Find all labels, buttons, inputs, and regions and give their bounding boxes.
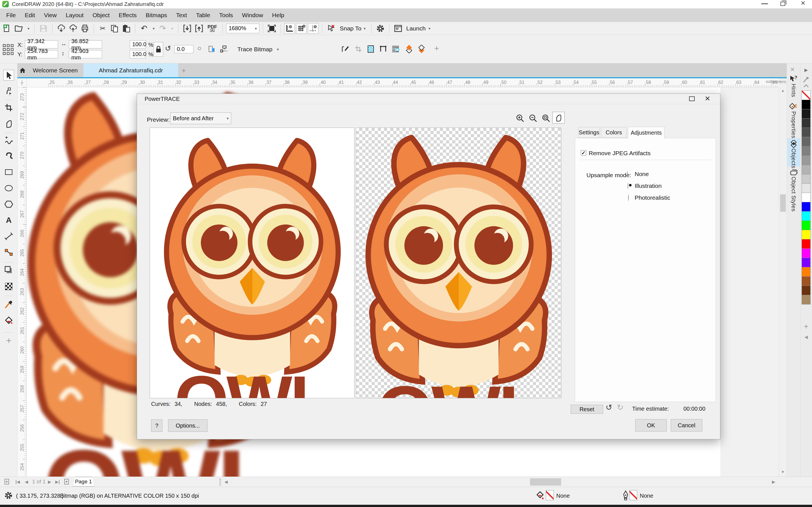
last-page-button[interactable]: ▶ bbox=[55, 480, 59, 485]
zoom-level-select[interactable]: 1680%▾ bbox=[226, 24, 259, 33]
upsample-illustration-radio[interactable] bbox=[627, 182, 628, 189]
palette-options-icon[interactable]: ◀ bbox=[804, 334, 808, 340]
menu-item[interactable]: File bbox=[2, 12, 20, 18]
zoom-out-button[interactable] bbox=[527, 112, 539, 124]
palette-add-color-icon[interactable]: + bbox=[804, 323, 808, 330]
save-to-cloud-button[interactable] bbox=[68, 23, 79, 34]
help-button[interactable]: ? bbox=[151, 419, 162, 432]
page-tab[interactable]: Page 1 bbox=[73, 477, 94, 487]
x-field[interactable]: 37.342 mm bbox=[25, 40, 58, 48]
scroll-down-arrow[interactable]: ▼ bbox=[781, 470, 784, 474]
tool-color-eyedropper[interactable] bbox=[3, 299, 14, 310]
copy-button[interactable] bbox=[109, 23, 120, 34]
tab-settings[interactable]: Settings bbox=[578, 127, 600, 138]
options-gear-button[interactable] bbox=[375, 23, 386, 34]
straighten-bitmap-button[interactable] bbox=[219, 44, 230, 54]
scrollbar-splitter[interactable] bbox=[219, 478, 221, 485]
import-button[interactable] bbox=[182, 23, 193, 34]
cut-button[interactable]: ✂ bbox=[97, 23, 108, 34]
get-from-cloud-button[interactable] bbox=[56, 23, 66, 34]
palette-swatch[interactable] bbox=[802, 137, 811, 147]
menu-item[interactable]: Effects bbox=[114, 12, 141, 18]
palette-swatch[interactable] bbox=[802, 156, 811, 165]
palette-swatch[interactable] bbox=[802, 239, 811, 249]
scale-x-field[interactable]: 100.0 bbox=[130, 40, 146, 48]
new-document-button[interactable] bbox=[2, 23, 12, 34]
open-button[interactable] bbox=[13, 23, 24, 34]
palette-swatch[interactable] bbox=[802, 211, 811, 221]
dialog-undo-icon[interactable]: ↺ bbox=[606, 404, 612, 411]
print-button[interactable] bbox=[80, 23, 90, 34]
menu-item[interactable]: Help bbox=[267, 12, 289, 18]
palette-swatch[interactable] bbox=[802, 286, 811, 295]
disable-snapping-button[interactable] bbox=[326, 23, 336, 34]
export-button[interactable] bbox=[194, 23, 204, 34]
preview-select[interactable]: Before and After▾ bbox=[170, 112, 231, 124]
tool-drop-shadow[interactable] bbox=[3, 265, 14, 276]
tool-freehand[interactable] bbox=[3, 135, 14, 145]
first-page-button[interactable]: ◀ bbox=[16, 480, 20, 485]
palette-swatch[interactable] bbox=[802, 174, 811, 184]
preview-before-pane[interactable] bbox=[150, 128, 354, 398]
tool-ellipse[interactable] bbox=[3, 183, 14, 193]
width-field[interactable]: 36.852 mm bbox=[69, 40, 102, 48]
palette-swatch[interactable] bbox=[802, 230, 811, 239]
tool-rectangle[interactable] bbox=[3, 167, 14, 177]
edit-bitmap-pen-button[interactable] bbox=[340, 44, 350, 54]
full-screen-preview-button[interactable] bbox=[266, 23, 277, 34]
palette-swatch[interactable] bbox=[802, 91, 811, 100]
open-dropdown[interactable]: ▾ bbox=[26, 23, 31, 34]
tool-interactive-fill[interactable] bbox=[3, 315, 14, 326]
bitmap-color-mask-button[interactable] bbox=[365, 44, 376, 54]
palette-swatch[interactable] bbox=[802, 118, 811, 128]
palette-swatch[interactable] bbox=[802, 258, 811, 267]
palette-swatch[interactable] bbox=[802, 165, 811, 174]
new-tab-button[interactable]: + bbox=[182, 67, 186, 74]
edit-bitmap-button[interactable] bbox=[206, 44, 217, 54]
upsample-none-radio[interactable] bbox=[627, 171, 627, 177]
status-gear-icon[interactable] bbox=[4, 491, 13, 500]
tool-polygon[interactable] bbox=[3, 199, 14, 210]
palette-swatch[interactable] bbox=[802, 221, 811, 230]
text-wrap-button[interactable] bbox=[390, 44, 401, 54]
upsample-photorealistic-radio[interactable] bbox=[628, 194, 629, 201]
snap-to-dropdown[interactable]: Snap To▾ bbox=[338, 25, 368, 32]
paste-button[interactable] bbox=[121, 23, 132, 34]
tool-artistic-media[interactable] bbox=[3, 151, 14, 161]
trace-bitmap-dropdown[interactable]: Trace Bitmap▾ bbox=[234, 42, 283, 57]
remove-jpeg-checkbox[interactable]: ✓ bbox=[581, 150, 586, 156]
minimize-button[interactable] bbox=[761, 3, 768, 4]
tool-text[interactable]: A bbox=[3, 215, 14, 226]
menu-item[interactable]: Table bbox=[192, 12, 214, 18]
lock-ratio-toggle[interactable] bbox=[154, 42, 163, 57]
vertical-scrollbar[interactable]: ▲ ▼ bbox=[779, 87, 786, 476]
palette-eyedropper-icon[interactable] bbox=[803, 76, 809, 82]
palette-scroll-up-icon[interactable] bbox=[803, 84, 809, 88]
menu-item[interactable]: Layout bbox=[61, 12, 88, 18]
tool-pan[interactable] bbox=[3, 118, 14, 129]
previous-page-button[interactable]: ◀ bbox=[25, 480, 28, 485]
add-page-before-button[interactable] bbox=[4, 479, 10, 485]
palette-flyout-icon[interactable]: ▶ bbox=[804, 67, 808, 73]
add-page-after-button[interactable] bbox=[64, 479, 69, 485]
pan-button[interactable] bbox=[552, 112, 565, 124]
ok-button[interactable]: OK bbox=[635, 419, 667, 432]
show-rulers-toggle[interactable] bbox=[284, 23, 295, 34]
tab-adjustments[interactable]: Adjustments bbox=[628, 127, 665, 138]
fill-color-swatch[interactable] bbox=[546, 490, 554, 500]
y-field[interactable]: 254.783 mm bbox=[25, 50, 58, 58]
menu-item[interactable]: View bbox=[40, 12, 61, 18]
tool-connector[interactable] bbox=[3, 247, 14, 258]
dialog-maximize-button[interactable] bbox=[689, 96, 695, 101]
scroll-up-arrow[interactable]: ▲ bbox=[781, 89, 784, 93]
docker-tab-object-styles[interactable]: Object Styles bbox=[790, 177, 797, 212]
launch-dropdown[interactable]: Launch▾ bbox=[405, 25, 432, 32]
tab-colors[interactable]: Colors bbox=[601, 127, 627, 138]
tool-crop[interactable] bbox=[3, 102, 14, 113]
publish-to-pdf-button[interactable]: PDF bbox=[206, 23, 219, 34]
palette-swatch[interactable] bbox=[802, 109, 811, 119]
tool-pick[interactable] bbox=[3, 70, 14, 80]
scale-y-field[interactable]: 100.0 bbox=[130, 50, 146, 58]
close-button[interactable]: × bbox=[801, 0, 805, 7]
palette-swatch[interactable] bbox=[802, 202, 811, 212]
